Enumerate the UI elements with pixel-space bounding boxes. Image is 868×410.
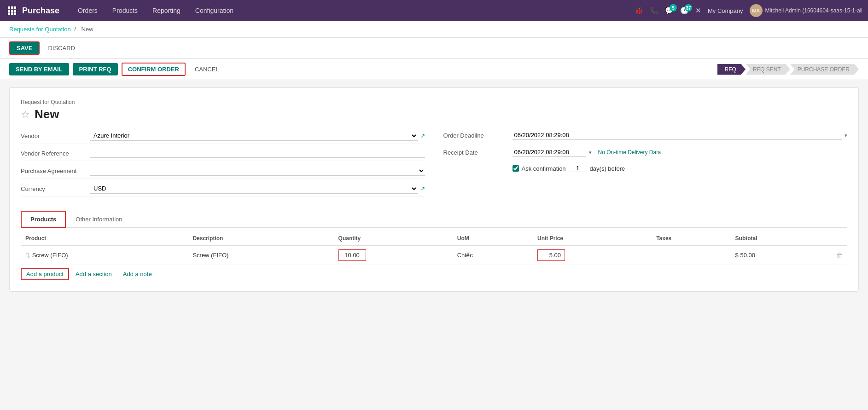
breadcrumb-current: New [82,26,93,33]
nav-links: Orders Products Reporting Configuration [70,0,635,21]
send-email-button[interactable]: SEND BY EMAIL [9,63,69,75]
purchase-agreement-select[interactable] [90,166,425,176]
col-product: Product [21,231,188,246]
form-card: Request for Quotation ☆ New Vendor Azure… [9,87,859,292]
receipt-date-input[interactable] [513,148,586,157]
svg-rect-3 [8,10,10,12]
svg-rect-7 [11,12,13,15]
row-description: Screw (FIFO) [188,246,333,265]
avatar: MA [750,4,763,17]
vendor-field-row: Vendor Azure Interior ↗ [21,131,425,144]
row-uom: Chiếc [453,246,533,265]
user-menu[interactable]: MA Mitchell Admin (16604604-saas-15-1-al… [750,4,862,17]
col-uom: UoM [453,231,533,246]
vendor-label: Vendor [21,133,90,139]
clock-badge: 37 [685,4,692,12]
cancel-button[interactable]: CANCEL [189,63,225,75]
vendor-select[interactable]: Azure Interior [90,131,418,141]
fields-right: Order Deadline ▾ Receipt Date ▾ No On-ti… [443,131,848,202]
svg-rect-5 [14,10,16,12]
add-row: Add a product Add a section Add a note [21,268,847,280]
order-deadline-input[interactable] [513,131,842,140]
svg-rect-4 [11,10,13,12]
favorite-icon[interactable]: ☆ [21,109,30,121]
receipt-date-dropdown[interactable]: ▾ [589,150,592,156]
ask-conf-checkbox-row: Ask confirmation day(s) before [513,165,625,172]
row-subtotal: $ 50.00 [731,246,832,265]
breadcrumb-parent[interactable]: Requests for Quotation [9,26,71,33]
vendor-ref-label: Vendor Reference [21,150,90,157]
add-section-button[interactable]: Add a section [71,269,117,279]
currency-external-link[interactable]: ↗ [420,185,425,192]
status-actions: SEND BY EMAIL PRINT RFQ CONFIRM ORDER CA… [9,63,225,76]
settings-icon[interactable]: ✕ [695,6,701,15]
pipeline-step-purchase-order[interactable]: PURCHASE ORDER [790,64,859,75]
currency-select[interactable]: USD [90,184,418,194]
company-name[interactable]: My Company [708,7,743,14]
row-quantity[interactable]: 10.00 [334,246,453,265]
pipeline: RFQ RFQ SENT PURCHASE ORDER [717,64,859,75]
nav-orders[interactable]: Orders [70,0,105,21]
table-header: Product Description Quantity UoM Unit Pr… [21,231,847,246]
svg-rect-0 [8,6,10,9]
main-content: Request for Quotation ☆ New Vendor Azure… [0,80,868,299]
confirm-order-button[interactable]: CONFIRM ORDER [122,63,186,76]
row-taxes [652,246,730,265]
save-discard-bar: SAVE DISCARD [0,38,868,59]
currency-field-row: Currency USD ↗ [21,184,425,197]
fields-left: Vendor Azure Interior ↗ Vendor Reference [21,131,425,202]
purchase-agreement-field-row: Purchase Agreement [21,166,425,179]
brand-logo[interactable]: Purchase [22,6,59,16]
clock-icon[interactable]: 🕐 37 [680,6,689,15]
ask-conf-checkbox[interactable] [513,165,519,172]
form-title-row: ☆ New [21,107,847,121]
ask-conf-suffix: day(s) before [590,165,625,172]
add-product-button[interactable]: Add a product [21,268,69,280]
receipt-date-field-row: Receipt Date ▾ No On-time Delivery Data [443,148,848,160]
table-row: ⇅ Screw (FIFO) Screw (FIFO) 10.00 Chiếc … [21,246,847,265]
currency-value: USD ↗ [90,184,425,194]
phone-icon[interactable]: 📞 [650,6,658,15]
order-deadline-label: Order Deadline [443,132,513,139]
print-rfq-button[interactable]: PRINT RFQ [73,63,118,75]
user-name: Mitchell Admin (16604604-saas-15-1-all [765,7,862,14]
nav-reporting[interactable]: Reporting [145,0,188,21]
pipeline-step-rfq-sent[interactable]: RFQ SENT [746,64,790,75]
order-deadline-value: ▾ [513,131,848,140]
discard-button[interactable]: DISCARD [43,42,80,54]
form-fields: Vendor Azure Interior ↗ Vendor Reference [21,131,847,202]
row-handle[interactable]: ⇅ [25,252,30,259]
row-unit-price[interactable]: 5.00 [533,246,652,265]
vendor-ref-input[interactable] [90,149,425,158]
save-button[interactable]: SAVE [9,41,40,55]
no-delivery-label: No On-time Delivery Data [598,149,661,156]
nav-products[interactable]: Products [105,0,145,21]
ask-conf-label: Ask confirmation [522,165,566,172]
row-product: ⇅ Screw (FIFO) [21,246,188,265]
ask-confirmation-row: Ask confirmation day(s) before [443,165,848,175]
ask-conf-days-input[interactable] [569,165,587,172]
tab-other-information[interactable]: Other Information [66,211,132,228]
unit-price-cell[interactable]: 5.00 [537,249,565,261]
chat-icon[interactable]: 💬 5 [665,6,674,15]
col-unit-price: Unit Price [533,231,652,246]
vendor-external-link[interactable]: ↗ [420,133,425,139]
row-delete[interactable]: 🗑 [832,246,847,265]
vendor-ref-field-row: Vendor Reference [21,149,425,161]
nav-configuration[interactable]: Configuration [188,0,241,21]
bug-icon[interactable]: 🐞 [635,6,643,15]
status-bar: SEND BY EMAIL PRINT RFQ CONFIRM ORDER CA… [0,59,868,80]
pipeline-step-rfq[interactable]: RFQ [717,64,746,75]
delete-icon[interactable]: 🗑 [836,252,843,259]
quantity-cell[interactable]: 10.00 [338,249,366,261]
col-taxes: Taxes [652,231,730,246]
tabs: Products Other Information [21,211,847,228]
nav-right: 🐞 📞 💬 5 🕐 37 ✕ My Company MA Mitchell Ad… [635,4,862,17]
order-deadline-dropdown[interactable]: ▾ [845,133,847,139]
form-title: New [35,107,59,121]
add-note-button[interactable]: Add a note [118,269,157,279]
receipt-date-label: Receipt Date [443,149,513,156]
tab-products[interactable]: Products [21,211,66,228]
apps-icon[interactable] [6,4,18,17]
svg-rect-8 [14,12,16,15]
